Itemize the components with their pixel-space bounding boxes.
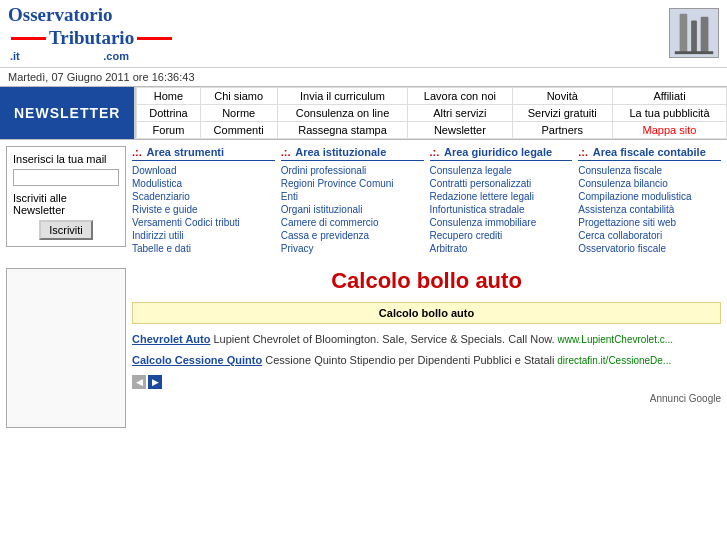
list-item[interactable]: Indirizzi utili <box>132 230 275 241</box>
list-item[interactable]: Cerca collaboratori <box>578 230 721 241</box>
list-item[interactable]: Assistenza contabilità <box>578 204 721 215</box>
list-item[interactable]: Infortunistica stradale <box>430 204 573 215</box>
list-item[interactable]: Versamenti Codici tributi <box>132 217 275 228</box>
list-item[interactable]: Camere di commercio <box>281 217 424 228</box>
red-divider-left <box>11 37 46 40</box>
date-text: Martedì, 07 Giugno 2011 ore 16:36:43 <box>8 71 195 83</box>
bottom-left-panel <box>6 268 126 428</box>
ad-url: directafin.it/CessioneDe... <box>554 355 671 366</box>
annunci-google-label: Annunci Google <box>132 393 721 404</box>
ad-link[interactable]: Calcolo Cessione Quinto <box>132 354 262 366</box>
subscribe-button[interactable]: Iscriviti <box>39 220 93 240</box>
svg-rect-4 <box>675 52 713 55</box>
nav-cell[interactable]: Commenti <box>200 121 277 138</box>
list-item[interactable]: Download <box>132 165 275 176</box>
domain-com: .com <box>103 50 129 63</box>
nav-cell[interactable]: Mappa sito <box>612 121 726 138</box>
area-giuridico: .:. Area giuridico legale Consulenza leg… <box>430 146 573 256</box>
nav-cell[interactable]: La tua pubblicità <box>612 104 726 121</box>
page-header: Osservatorio Tributario .it .com <box>0 0 727 68</box>
date-bar: Martedì, 07 Giugno 2011 ore 16:36:43 <box>0 68 727 86</box>
list-item[interactable]: Progettazione siti web <box>578 217 721 228</box>
list-item[interactable]: Organi istituzionali <box>281 204 424 215</box>
logo: Osservatorio Tributario .it .com <box>8 4 175 63</box>
nav-cell[interactable]: Servizi gratuiti <box>512 104 612 121</box>
svg-rect-1 <box>680 14 688 52</box>
svg-rect-3 <box>701 17 709 53</box>
list-item[interactable]: Enti <box>281 191 424 202</box>
area-fiscale-list: Consulenza fiscaleConsulenza bilancioCom… <box>578 165 721 254</box>
nav-cell[interactable]: Affiliati <box>612 87 726 104</box>
nav-cell[interactable]: Novità <box>512 87 612 104</box>
list-item[interactable]: Riviste e guide <box>132 204 275 215</box>
logo-line1: Osservatorio <box>8 4 112 27</box>
list-item[interactable]: Scadenziario <box>132 191 275 202</box>
calcolo-title: Calcolo bollo auto <box>132 268 721 294</box>
ad-link[interactable]: Chevrolet Auto <box>132 333 210 345</box>
red-divider-right <box>137 37 172 40</box>
list-item[interactable]: Cassa e previdenza <box>281 230 424 241</box>
nav-cell[interactable]: Newsletter <box>408 121 512 138</box>
area-giuridico-list: Consulenza legaleContratti personalizzat… <box>430 165 573 254</box>
list-item[interactable]: Contratti personalizzati <box>430 178 573 189</box>
list-item[interactable]: Compilazione modulistica <box>578 191 721 202</box>
list-item[interactable]: Modulistica <box>132 178 275 189</box>
list-item[interactable]: Osservatorio fiscale <box>578 243 721 254</box>
next-arrow[interactable]: ▶ <box>148 375 162 389</box>
navigation: NewsLeTTER HomeChi siamoInvia il curricu… <box>0 86 727 140</box>
left-sidebar: Inserisci la tua mail Iscriviti alle New… <box>6 146 126 256</box>
list-item[interactable]: Arbitrato <box>430 243 573 254</box>
ad-description: Lupient Chevrolet of Bloomington. Sale, … <box>210 333 554 345</box>
bottom-right-panel: Calcolo bollo auto Calcolo bollo auto Ch… <box>132 268 721 428</box>
nav-cell[interactable]: Home <box>137 87 200 104</box>
newsletter-signup-box: Inserisci la tua mail Iscriviti alle New… <box>6 146 126 247</box>
list-item[interactable]: Regioni Province Comuni <box>281 178 424 189</box>
nav-cell[interactable]: Dottrina <box>137 104 200 121</box>
nav-cell[interactable]: Norme <box>200 104 277 121</box>
area-giuridico-header: .:. Area giuridico legale <box>430 146 573 161</box>
ad-item: Calcolo Cessione Quinto Cessione Quinto … <box>132 353 721 368</box>
list-item[interactable]: Privacy <box>281 243 424 254</box>
list-item[interactable]: Redazione lettere legali <box>430 191 573 202</box>
area-strumenti-list: DownloadModulisticaScadenziarioRiviste e… <box>132 165 275 254</box>
nav-cell[interactable]: Consulenza on line <box>277 104 407 121</box>
ads-container: Chevrolet Auto Lupient Chevrolet of Bloo… <box>132 332 721 369</box>
list-item[interactable]: Ordini professionali <box>281 165 424 176</box>
nav-table: HomeChi siamoInvia il curriculumLavora c… <box>136 87 727 139</box>
list-item[interactable]: Consulenza immobiliare <box>430 217 573 228</box>
prev-arrow[interactable]: ◀ <box>132 375 146 389</box>
area-istituzionale: .:. Area istituzionale Ordini profession… <box>281 146 424 256</box>
ad-item: Chevrolet Auto Lupient Chevrolet of Bloo… <box>132 332 721 347</box>
area-strumenti: .:. Area strumenti DownloadModulisticaSc… <box>132 146 275 256</box>
nav-cell[interactable]: Chi siamo <box>200 87 277 104</box>
svg-rect-2 <box>691 21 697 53</box>
domain-it: .it <box>10 50 20 63</box>
newsletter-button[interactable]: NewsLeTTER <box>0 87 136 139</box>
main-content: Inserisci la tua mail Iscriviti alle New… <box>0 140 727 262</box>
list-item[interactable]: Recupero crediti <box>430 230 573 241</box>
logo-line2: Tributario <box>49 27 134 50</box>
area-fiscale-header: .:. Area fiscale contabile <box>578 146 721 161</box>
nav-cell[interactable]: Lavora con noi <box>408 87 512 104</box>
area-istituzionale-header: .:. Area istituzionale <box>281 146 424 161</box>
nav-cell[interactable]: Invia il curriculum <box>277 87 407 104</box>
nav-cell[interactable]: Rassegna stampa <box>277 121 407 138</box>
area-fiscale: .:. Area fiscale contabile Consulenza fi… <box>578 146 721 256</box>
list-item[interactable]: Consulenza legale <box>430 165 573 176</box>
nav-cell[interactable]: Forum <box>137 121 200 138</box>
list-item[interactable]: Tabelle e dati <box>132 243 275 254</box>
nav-cell[interactable]: Altri servizi <box>408 104 512 121</box>
area-istituzionale-list: Ordini professionaliRegioni Province Com… <box>281 165 424 254</box>
bottom-section: Calcolo bollo auto Calcolo bollo auto Ch… <box>0 262 727 434</box>
ad-url: www.LupientChevrolet.c... <box>555 334 673 345</box>
list-item[interactable]: Consulenza fiscale <box>578 165 721 176</box>
ad-description: Cessione Quinto Stipendio per Dipendenti… <box>262 354 554 366</box>
email-input[interactable] <box>13 169 119 186</box>
calcolo-subtitle: Calcolo bollo auto <box>132 302 721 324</box>
areas-container: .:. Area strumenti DownloadModulisticaSc… <box>132 146 721 256</box>
email-label: Inserisci la tua mail <box>13 153 119 165</box>
nav-cell[interactable]: Partners <box>512 121 612 138</box>
list-item[interactable]: Consulenza bilancio <box>578 178 721 189</box>
area-strumenti-header: .:. Area strumenti <box>132 146 275 161</box>
subscribe-label: Iscriviti alle Newsletter <box>13 192 119 216</box>
